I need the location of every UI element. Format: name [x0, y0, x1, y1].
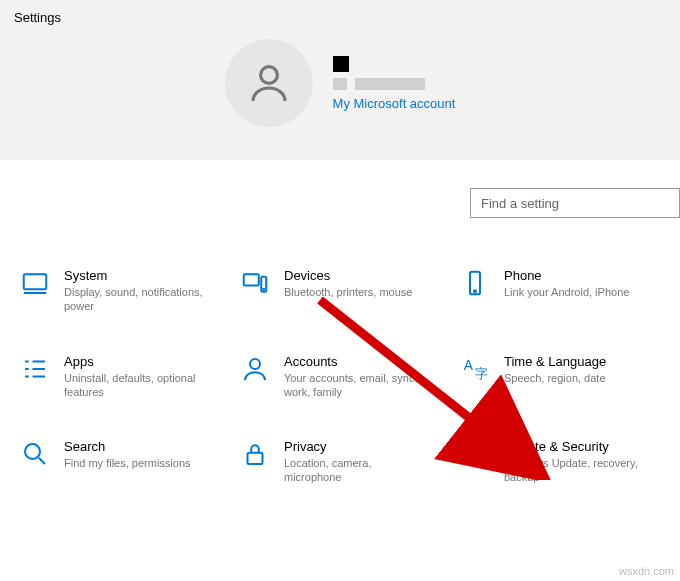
tile-privacy[interactable]: Privacy Location, camera, microphone — [240, 439, 440, 485]
time-language-icon: A字 — [460, 354, 490, 384]
tile-desc: Display, sound, notifications, power — [64, 285, 204, 314]
tile-desc: Link your Android, iPhone — [504, 285, 629, 299]
avatar[interactable] — [225, 39, 313, 127]
apps-icon — [20, 354, 50, 384]
search-input[interactable]: Find a setting — [470, 188, 680, 218]
search-icon — [20, 439, 50, 469]
tile-desc: Bluetooth, printers, mouse — [284, 285, 412, 299]
update-security-icon — [460, 439, 490, 469]
svg-point-4 — [263, 289, 264, 290]
tile-title: Phone — [504, 268, 629, 283]
tile-desc: Uninstall, defaults, optional features — [64, 371, 204, 400]
system-icon — [20, 268, 50, 298]
tile-search[interactable]: Search Find my files, permissions — [20, 439, 220, 485]
redacted-email-row — [333, 78, 456, 90]
tile-apps[interactable]: Apps Uninstall, defaults, optional featu… — [20, 354, 220, 400]
tile-desc: Windows Update, recovery, backup — [504, 456, 644, 485]
svg-rect-11 — [248, 453, 263, 464]
tile-desc: Your accounts, email, sync, work, family — [284, 371, 424, 400]
devices-icon — [240, 268, 270, 298]
tile-title: System — [64, 268, 204, 283]
phone-icon — [460, 268, 490, 298]
watermark: wsxdn.com — [619, 565, 674, 577]
svg-text:字: 字 — [475, 365, 488, 380]
svg-text:A: A — [464, 358, 474, 373]
tile-title: Apps — [64, 354, 204, 369]
tile-title: Devices — [284, 268, 412, 283]
tile-phone[interactable]: Phone Link your Android, iPhone — [460, 268, 660, 314]
header-bar: Settings My Microsoft account — [0, 0, 680, 160]
redacted-block — [355, 78, 425, 90]
profile-area: My Microsoft account — [14, 39, 666, 127]
tile-desc: Find my files, permissions — [64, 456, 191, 470]
svg-point-0 — [260, 67, 277, 84]
tile-update-security[interactable]: Update & Security Windows Update, recove… — [460, 439, 660, 485]
svg-point-10 — [25, 444, 40, 459]
tile-system[interactable]: System Display, sound, notifications, po… — [20, 268, 220, 314]
search-placeholder: Find a setting — [481, 196, 559, 211]
tile-desc: Speech, region, date — [504, 371, 606, 385]
redacted-block — [333, 78, 347, 90]
redacted-block — [333, 56, 349, 72]
page-title: Settings — [14, 10, 666, 25]
svg-rect-1 — [24, 274, 47, 289]
tile-desc: Location, camera, microphone — [284, 456, 424, 485]
settings-grid: System Display, sound, notifications, po… — [0, 218, 680, 485]
svg-point-7 — [250, 359, 260, 369]
svg-point-6 — [474, 290, 476, 292]
svg-rect-2 — [244, 274, 259, 285]
profile-text: My Microsoft account — [333, 56, 456, 111]
person-icon — [245, 59, 293, 107]
tile-title: Search — [64, 439, 191, 454]
tile-title: Time & Language — [504, 354, 606, 369]
redacted-name-row — [333, 56, 456, 72]
search-row: Find a setting — [0, 160, 680, 218]
tile-title: Privacy — [284, 439, 424, 454]
tile-time-language[interactable]: A字 Time & Language Speech, region, date — [460, 354, 660, 400]
my-microsoft-account-link[interactable]: My Microsoft account — [333, 96, 456, 111]
tile-title: Accounts — [284, 354, 424, 369]
accounts-icon — [240, 354, 270, 384]
privacy-icon — [240, 439, 270, 469]
tile-devices[interactable]: Devices Bluetooth, printers, mouse — [240, 268, 440, 314]
tile-title: Update & Security — [504, 439, 644, 454]
tile-accounts[interactable]: Accounts Your accounts, email, sync, wor… — [240, 354, 440, 400]
